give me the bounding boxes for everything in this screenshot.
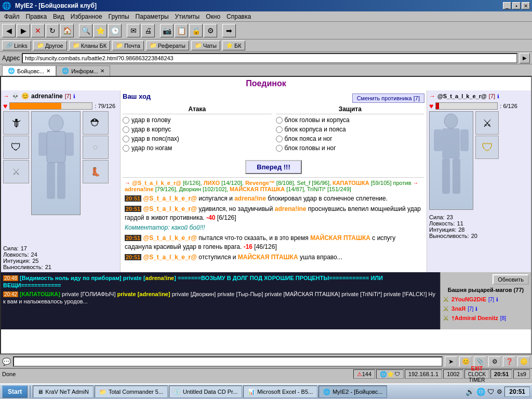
chat-area: 20:48 [Видимость ноль иду по приборам] p… [1, 272, 440, 329]
tool3-button[interactable]: ⚙ [204, 24, 217, 37]
tool1-button[interactable]: 📋 [175, 24, 188, 37]
attack-radio-1[interactable] [123, 117, 129, 124]
stop-button[interactable]: ✕ [31, 24, 45, 37]
left-arrow-icon: → [3, 92, 9, 100]
defense-option-4[interactable]: блок головы и ног [276, 144, 425, 152]
coins-button[interactable]: 🪙 [517, 356, 530, 367]
attach-button[interactable]: 📎 [474, 356, 486, 367]
tab-close-2[interactable]: ✕ [100, 68, 104, 74]
armor-icon: ⚔ [12, 166, 20, 178]
change-opponent-button[interactable]: Сменить противника [7] [352, 94, 424, 103]
refresh-button[interactable]: ↻ [46, 24, 59, 37]
menu-utils[interactable]: Утилиты [172, 12, 203, 21]
address-input[interactable] [22, 53, 517, 63]
left-items-col: 🗡 🛡 ⚔ [3, 111, 29, 243]
menu-help[interactable]: Справка [223, 12, 254, 21]
capture-button[interactable]: 📷 [160, 24, 174, 37]
go-button[interactable]: ➡ [222, 24, 236, 37]
status-error-count: ⚠ 144 [353, 369, 375, 379]
menu-view[interactable]: Вид [50, 12, 68, 21]
minimize-button[interactable]: _ [503, 2, 511, 9]
chat-input[interactable] [13, 356, 443, 367]
mail-button[interactable]: ✉ [127, 24, 140, 37]
links-clans[interactable]: 📁 Кланы БК [69, 41, 111, 50]
chat-time-1: 20:48 [3, 275, 18, 281]
shield-icon: 🛡 [11, 141, 21, 153]
defense-radio-3[interactable] [276, 136, 283, 142]
menu-favorites[interactable]: Избранное [68, 12, 105, 21]
folder-icon-3: 📁 [116, 42, 123, 49]
left-info-icon[interactable]: ℹ [73, 94, 75, 99]
back-button[interactable]: ◀ [2, 24, 16, 37]
defense-option-2[interactable]: блок корпуса и пояса [276, 126, 425, 133]
favorites-button[interactable]: ⭐ [94, 24, 107, 37]
forward-button[interactable]: Вперед !!! [245, 160, 302, 174]
attack-option-3[interactable]: удар в пояс(пах) [123, 135, 272, 142]
tab-bojcovsk[interactable]: 🌐 Бойцовс... ✕ [2, 65, 56, 76]
menu-file[interactable]: Файл [1, 12, 23, 21]
settings-button2[interactable]: ⚙ [488, 356, 501, 367]
taskbar-myie2[interactable]: 🌐 MyIE2 - [Бойцовс... [318, 385, 387, 398]
window-controls[interactable]: _ ▪ ✕ [503, 2, 530, 9]
restore-button[interactable]: ▪ [512, 2, 521, 9]
address-go-button[interactable]: ▶ [520, 53, 530, 63]
tower-info-icon-2[interactable]: ℹ [475, 306, 477, 312]
refresh-sidebar-button[interactable]: Обновить [493, 274, 529, 285]
left-stat-agility: Ловкость: 24 [3, 251, 118, 258]
tool2-button[interactable]: 🔒 [189, 24, 203, 37]
defense-option-3[interactable]: блок пояса и ног [276, 135, 425, 142]
right-char-svg [432, 113, 471, 209]
left-player-images: 🗡 🛡 ⚔ [3, 111, 118, 243]
menu-groups[interactable]: Группы [105, 12, 132, 21]
taskbar-untitled[interactable]: 💿 Untitled Data CD Pr... [169, 385, 242, 398]
right-heart-icon: ♥ [429, 102, 433, 110]
taskbar-totalcmd[interactable]: 📁 Total Commander 5... [95, 385, 168, 398]
search-button[interactable]: 🔍 [79, 24, 92, 37]
links-refs[interactable]: 📁 Рефераты [146, 41, 189, 50]
tab-icon-2: 🌐 [62, 68, 69, 74]
close-button[interactable]: ✕ [522, 2, 530, 9]
log-time-3: 20:51 [125, 235, 141, 241]
tab-inform[interactable]: 🌐 Информ... ✕ [56, 65, 110, 76]
taskbar-krav[interactable]: 🖥 KraV NeT AdmiN [33, 385, 94, 398]
links-bk[interactable]: ⭐ БК [222, 41, 245, 50]
defense-option-1[interactable]: блок головы и корпуса [276, 116, 425, 124]
attack-option-4[interactable]: удар по ногам [123, 144, 272, 152]
right-info-icon[interactable]: ℹ [497, 94, 499, 99]
taskbar-excel[interactable]: 📊 Microsoft Excel - B5... [243, 385, 317, 398]
history-button[interactable]: 🕒 [108, 24, 122, 37]
attack-option-2[interactable]: удар в корпус [123, 126, 272, 133]
help-button[interactable]: ❓ [503, 356, 515, 367]
send-button[interactable]: ➤ [445, 356, 457, 367]
right-player-stats: Сила: 23 Ловкость: 11 Интуиция: 28 Вынос… [429, 214, 529, 239]
menu-params[interactable]: Параметры [132, 12, 172, 21]
right-stat-strength: Сила: 23 [429, 214, 529, 220]
attack-radio-2[interactable] [123, 126, 129, 133]
links-chats[interactable]: 📁 Чаты [191, 41, 220, 50]
sword-icon: 🗡 [10, 116, 22, 130]
menu-window[interactable]: Окно [203, 12, 223, 21]
links-links[interactable]: 🔗 Links [2, 41, 31, 50]
menu-edit[interactable]: Правка [23, 12, 50, 21]
attack-option-1[interactable]: удар в голову [123, 116, 272, 124]
forward-button[interactable]: ▶ [17, 24, 30, 37]
log-time-4: 20:51 [125, 254, 141, 260]
shield-status-icon: 🛡 [394, 371, 400, 377]
links-mail[interactable]: 📁 Почта [112, 41, 144, 50]
right-player-items: ⚔ 🛡 [475, 111, 499, 210]
home-button[interactable]: 🏠 [60, 24, 74, 37]
defense-radio-1[interactable] [276, 117, 283, 124]
links-other[interactable]: 📁 Другое [33, 41, 67, 50]
log-entry-2: 20:51 @S_t_a_l_k_e_r@ удивился, но задум… [125, 205, 422, 222]
start-button[interactable]: Start [2, 385, 28, 398]
attack-radio-4[interactable] [123, 145, 129, 152]
tower-info-icon-1[interactable]: ℹ [496, 297, 498, 302]
defense-radio-4[interactable] [276, 145, 283, 152]
emoji-button[interactable]: 😊 [459, 356, 472, 367]
folder-icon-1: 📁 [37, 42, 44, 49]
attack-radio-3[interactable] [123, 136, 129, 142]
tab-close-1[interactable]: ✕ [46, 68, 50, 74]
print-button[interactable]: 🖨 [141, 24, 155, 37]
defense-radio-2[interactable] [276, 126, 283, 133]
left-player-stats: Сила: 17 Ловкость: 24 Интуиция: 25 Вынос… [3, 245, 118, 270]
